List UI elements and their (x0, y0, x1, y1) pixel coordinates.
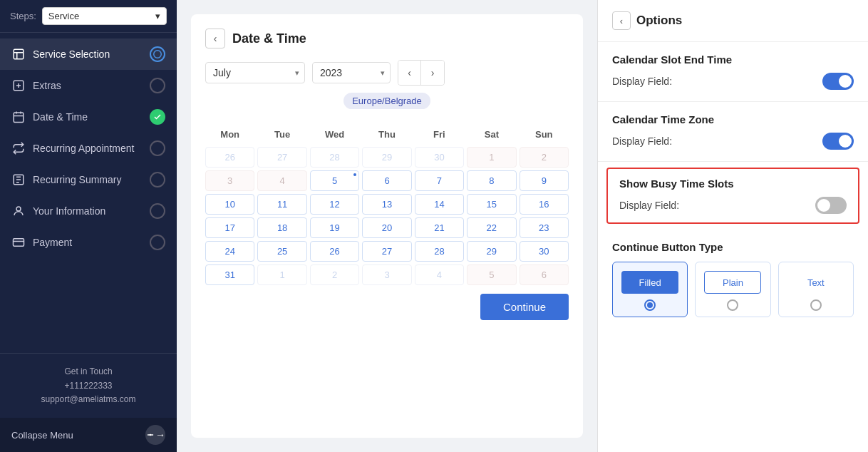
calendar-day-4-5[interactable]: 29 (467, 241, 516, 262)
button-type-filled[interactable]: Filled (612, 262, 688, 317)
calendar-day-1-3[interactable]: 6 (362, 170, 411, 191)
recurring-appointment-status (150, 140, 165, 156)
payment-icon (11, 235, 26, 250)
show-busy-time-slots-toggle[interactable] (815, 197, 847, 214)
recurring-summary-icon (11, 173, 26, 187)
calendar-day-5-5: 5 (467, 264, 516, 285)
calendar-day-1-1: 4 (257, 170, 306, 191)
next-month-button[interactable]: › (421, 61, 444, 85)
sidebar-item-recurring-summary[interactable]: Recurring Summary (0, 164, 177, 195)
options-title: Options (636, 14, 682, 28)
calendar-grid: Mon Tue Wed Thu Fri Sat Sun (205, 125, 569, 144)
sidebar-item-your-information[interactable]: Your Information (0, 195, 177, 227)
main-content: ‹ Date & Time July August ▾ 2023 2024 ▾ … (177, 0, 597, 452)
steps-dropdown[interactable]: Service ▾ (42, 7, 167, 25)
sidebar-item-date-time[interactable]: Date & Time (0, 101, 177, 133)
weekday-wed: Wed (310, 125, 359, 144)
calendar-day-4-4[interactable]: 28 (415, 241, 464, 262)
calendar-day-2-2[interactable]: 12 (310, 194, 359, 215)
calendar-day-5-3[interactable]: 3 (362, 264, 411, 285)
options-back-button[interactable]: ‹ (612, 11, 631, 30)
prev-month-button[interactable]: ‹ (398, 61, 421, 85)
panel-header: ‹ Date & Time (205, 29, 569, 48)
option-calendar-slot-end-time: Calendar Slot End Time Display Field: (598, 42, 868, 102)
continue-button[interactable]: Continue (480, 294, 569, 320)
calendar-day-5-0[interactable]: 31 (205, 264, 254, 285)
filled-preview: Filled (621, 271, 678, 294)
calendar-day-4-6[interactable]: 30 (520, 241, 569, 262)
timezone-row: Europe/Belgrade (205, 93, 569, 118)
sidebar-footer: Get in Touch +111222333 support@ameliatm… (0, 353, 177, 418)
weekday-sun: Sun (520, 125, 569, 144)
calendar-day-1-6[interactable]: 9 (520, 170, 569, 191)
calendar-time-zone-toggle[interactable] (822, 133, 854, 150)
your-information-status (150, 203, 165, 219)
calendar-day-0-5: 1 (467, 147, 516, 168)
calendar-day-3-0[interactable]: 17 (205, 217, 254, 238)
sidebar-item-extras[interactable]: Extras (0, 70, 177, 101)
button-type-text[interactable]: Text (778, 262, 854, 317)
service-selection-icon (11, 47, 26, 61)
phone-number: +111222333 (11, 379, 165, 393)
calendar-day-4-3[interactable]: 27 (362, 241, 411, 262)
right-panel: ‹ Options Calendar Slot End Time Display… (597, 0, 868, 452)
calendar-slot-end-time-row: Display Field: (612, 73, 854, 90)
calendar-day-1-2[interactable]: 5 (310, 170, 359, 191)
button-type-plain[interactable]: Plain (695, 262, 770, 317)
weekday-fri: Fri (415, 125, 464, 144)
calendar-day-2-5[interactable]: 15 (467, 194, 516, 215)
calendar-day-3-3[interactable]: 20 (362, 217, 411, 238)
calendar-day-4-1[interactable]: 25 (257, 241, 306, 262)
filled-radio (644, 299, 656, 311)
calendar-day-3-6[interactable]: 23 (520, 217, 569, 238)
calendar-slot-end-time-toggle[interactable] (822, 73, 854, 90)
calendar-day-3-5[interactable]: 22 (467, 217, 516, 238)
month-select[interactable]: July August (205, 62, 305, 83)
calendar-day-2-4[interactable]: 14 (415, 194, 464, 215)
calendar-day-5-4[interactable]: 4 (415, 264, 464, 285)
year-select[interactable]: 2023 2024 (312, 62, 391, 83)
text-label: Text (807, 277, 825, 288)
calendar-day-0-4[interactable]: 30 (415, 147, 464, 168)
sidebar-item-label-date-time: Date & Time (33, 111, 143, 123)
calendar-back-button[interactable]: ‹ (205, 29, 225, 48)
calendar-day-1-4[interactable]: 7 (415, 170, 464, 191)
your-information-icon (11, 204, 26, 218)
calendar-day-4-2[interactable]: 26 (310, 241, 359, 262)
collapse-label: Collapse Menu (11, 430, 73, 441)
calendar-day-5-1[interactable]: 1 (257, 264, 306, 285)
calendar-day-3-2[interactable]: 19 (310, 217, 359, 238)
timezone-badge: Europe/Belgrade (343, 93, 430, 109)
month-select-wrapper: July August ▾ (205, 62, 305, 83)
steps-header: Steps: Service ▾ (0, 0, 177, 33)
calendar-day-5-2[interactable]: 2 (310, 264, 359, 285)
calendar-day-0-1[interactable]: 27 (257, 147, 306, 168)
calendar-day-1-5[interactable]: 8 (467, 170, 516, 191)
calendar-day-2-6[interactable]: 16 (520, 194, 569, 215)
calendar-day-0-2[interactable]: 28 (310, 147, 359, 168)
options-header: ‹ Options (598, 0, 868, 42)
calendar-day-2-0[interactable]: 10 (205, 194, 254, 215)
button-type-options: Filled Plain Text (612, 262, 854, 317)
text-radio (810, 299, 822, 311)
calendar-slot-end-time-title: Calendar Slot End Time (612, 53, 854, 66)
calendar-day-2-1[interactable]: 11 (257, 194, 306, 215)
calendar-day-4-0[interactable]: 24 (205, 241, 254, 262)
svg-rect-0 (14, 49, 24, 59)
collapse-menu-button[interactable]: Collapse Menu → (0, 418, 177, 452)
sidebar-item-service-selection[interactable]: Service Selection (0, 38, 177, 70)
extras-icon (11, 78, 26, 93)
sidebar-item-label-service-selection: Service Selection (33, 48, 143, 61)
sidebar-item-recurring-appointment[interactable]: Recurring Appointment (0, 133, 177, 164)
toggle-thumb-3 (817, 199, 830, 212)
svg-point-1 (154, 51, 162, 58)
sidebar-item-payment[interactable]: Payment (0, 227, 177, 258)
weekday-tue: Tue (257, 125, 306, 144)
calendar-day-3-1[interactable]: 18 (257, 217, 306, 238)
svg-rect-6 (14, 239, 24, 247)
calendar-day-0-0[interactable]: 26 (205, 147, 254, 168)
get-in-touch-label: Get in Touch (11, 365, 165, 379)
calendar-day-2-3[interactable]: 13 (362, 194, 411, 215)
calendar-day-0-3[interactable]: 29 (362, 147, 411, 168)
calendar-day-3-4[interactable]: 21 (415, 217, 464, 238)
